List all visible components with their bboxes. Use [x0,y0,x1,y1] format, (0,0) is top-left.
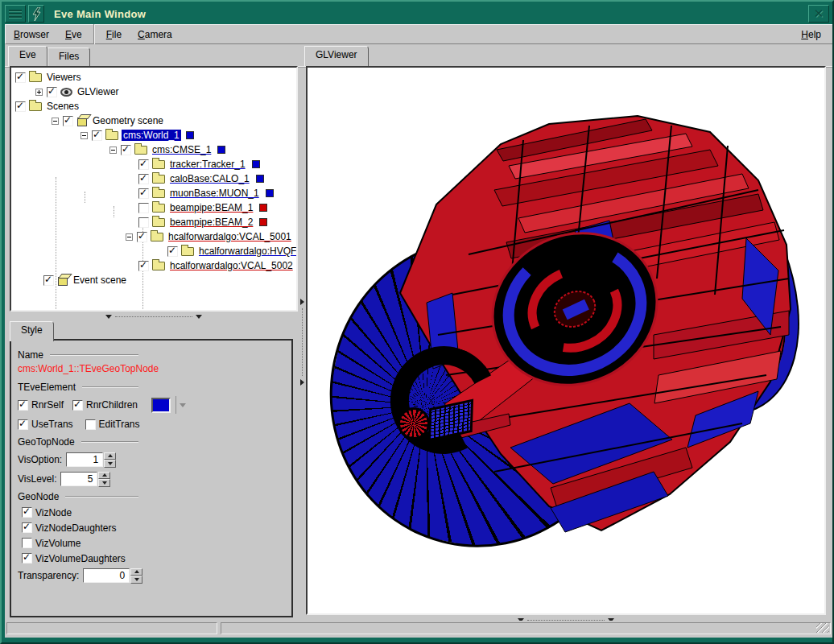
tree-row[interactable]: cms:World_1 [11,128,296,142]
vizvolume-checkbox[interactable] [22,538,32,548]
menu-help[interactable]: Help [790,27,832,43]
close-icon[interactable] [808,5,829,23]
tree-label[interactable]: Viewers [45,72,82,83]
folder-icon [152,204,165,213]
collapse-icon[interactable] [109,147,117,154]
tree-row[interactable]: beampipe:BEAM_1 [11,200,296,215]
tree-row[interactable]: GLViewer [11,85,296,99]
splitter-arrow-icon[interactable] [105,315,112,319]
collapse-icon[interactable] [126,233,133,241]
tree-label[interactable]: beampipe:BEAM_1 [168,202,254,213]
tree-checkbox[interactable] [138,203,149,213]
tree-checkbox[interactable] [138,261,149,271]
tree-label[interactable]: hcalforwardalgo:HVQF_1 [197,246,298,257]
tree-checkbox[interactable] [47,87,57,97]
transparency-label: Transparency: [18,570,79,581]
tree-checkbox[interactable] [63,116,73,126]
viznodedaughters-checkbox[interactable] [22,522,32,533]
menu-eve[interactable]: Eve [57,27,90,43]
collapse-icon[interactable] [52,118,59,125]
tree-label[interactable]: tracker:Tracker_1 [168,159,247,170]
vizvolumedaughters-checkbox[interactable] [22,553,32,564]
tree-row[interactable]: caloBase:CALO_1 [11,171,296,186]
tree-checkbox[interactable] [138,217,149,228]
tree-checkbox[interactable] [15,72,26,83]
tree-row[interactable]: beampipe:BEAM_2 [11,215,296,229]
tree-checkbox[interactable] [167,246,178,257]
trans-row: UseTrans EditTrans [18,415,287,434]
tree-row[interactable]: Viewers [11,70,296,85]
usetrans-checkbox[interactable] [18,419,28,430]
tree-checkbox[interactable] [121,145,131,155]
tree-checkbox[interactable] [138,188,149,199]
tree-row[interactable]: Event scene [11,273,296,287]
tree-label[interactable]: Event scene [72,275,128,286]
style-panel: Name cms:World_1::TEveGeoTopNode TEveEle… [10,339,293,617]
left-right-splitter[interactable] [298,66,306,617]
vislevel-row: VisLevel: 5 [18,469,287,489]
spin-up-icon [104,452,116,460]
tree-label[interactable]: cms:CMSE_1 [151,144,213,155]
resize-grip-icon[interactable] [816,623,829,633]
tree-row[interactable]: Scenes [11,99,296,114]
folder-icon [152,218,165,227]
tree-checkbox[interactable] [92,130,102,141]
tree-label[interactable]: muonBase:MUON_1 [168,188,261,199]
geonode-header-label: GeoNode [18,491,59,502]
edittrans-checkbox[interactable] [85,419,96,430]
splitter-arrow-icon[interactable] [300,379,304,386]
splitter-arrow-icon[interactable] [300,299,304,305]
tree-label[interactable]: Scenes [45,101,81,112]
tree-label[interactable]: Geometry scene [91,115,165,126]
tree-label[interactable]: beampipe:BEAM_2 [168,217,254,228]
tab-files[interactable]: Files [47,47,90,66]
tree-row[interactable]: hcalforwardalgo:VCAL_5002 [11,258,296,273]
tree-row[interactable]: tracker:Tracker_1 [11,157,296,171]
tree-row[interactable]: Geometry scene [11,114,296,128]
menu-file[interactable]: File [98,27,130,43]
expand-icon[interactable] [35,89,43,96]
tree-checkbox[interactable] [15,101,26,112]
tree-row[interactable]: hcalforwardalgo:HVQF_1 [11,244,296,258]
tree-label[interactable]: hcalforwardalgo:VCAL_5001 [167,231,293,242]
tree-label[interactable]: caloBase:CALO_1 [168,173,251,184]
color-dropdown-icon[interactable] [180,403,186,407]
tab-eve[interactable]: Eve [8,46,47,66]
color-swatch [256,175,264,183]
eye-icon [60,88,72,97]
splitter-arrow-icon[interactable] [196,315,202,319]
tree-row[interactable]: muonBase:MUON_1 [11,186,296,200]
tab-glviewer[interactable]: GLViewer [304,46,369,66]
vislevel-spinner[interactable] [98,472,110,487]
main-color-swatch[interactable] [151,398,171,413]
visoption-entry[interactable]: 1 [66,452,103,467]
tree-row[interactable]: cms:CMSE_1 [11,142,296,157]
menu-camera[interactable]: Camera [130,27,180,43]
viznode-checkbox[interactable] [22,507,32,518]
tree-checkbox[interactable] [138,159,149,170]
tree-style-splitter[interactable] [10,312,298,321]
tree-label[interactable]: hcalforwardalgo:VCAL_5002 [168,260,295,271]
rnrchildren-checkbox[interactable] [72,400,83,411]
tree-checkbox[interactable] [43,275,54,286]
cms-detector-rendering[interactable] [308,68,824,613]
color-swatch [259,204,267,212]
tree-row[interactable]: hcalforwardalgo:VCAL_5001 [11,229,296,244]
collapse-icon[interactable] [81,132,88,139]
tree-checkbox[interactable] [138,174,149,184]
visoption-spinner[interactable] [104,452,116,468]
transparency-spinner[interactable] [130,568,142,584]
main-area: Eve Files Viewers GLViewer Scenes Geome [5,44,832,638]
folder-icon [152,160,165,169]
menu-browser[interactable]: Browser [6,27,57,43]
vislevel-entry[interactable]: 5 [60,472,97,486]
rnrself-checkbox[interactable] [18,400,28,411]
tree-label[interactable]: GLViewer [76,86,121,97]
window-menu-icon[interactable] [5,5,26,23]
transparency-entry[interactable]: 0 [83,568,130,583]
folder-icon [105,131,118,140]
gl-viewport[interactable] [306,66,826,615]
tab-style[interactable]: Style [10,321,54,341]
tree-checkbox[interactable] [137,232,147,242]
tree-label-selected[interactable]: cms:World_1 [122,130,181,141]
